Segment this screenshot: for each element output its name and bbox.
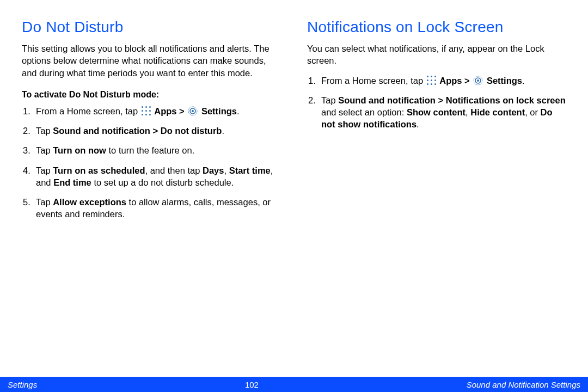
column-right: Notifications on Lock Screen You can sel…	[307, 19, 566, 392]
list-item: From a Home screen, tap Apps > Settings.	[307, 75, 566, 87]
column-left: Do Not Disturb This setting allows you t…	[22, 19, 281, 392]
heading-lock-screen-notifications: Notifications on Lock Screen	[307, 19, 566, 36]
bold-text: Apps	[154, 106, 176, 116]
text: From a Home screen, tap	[36, 106, 140, 116]
bold-text: Sound and notification > Notifications o…	[338, 95, 566, 105]
list-item: Tap Sound and notification > Notificatio…	[307, 94, 566, 131]
manual-page: Do Not Disturb This setting allows you t…	[0, 0, 588, 392]
text: Tap	[36, 126, 53, 136]
footer-section: Settings	[8, 380, 37, 389]
heading-do-not-disturb: Do Not Disturb	[22, 19, 281, 36]
intro-text: You can select what notifications, if an…	[307, 42, 566, 67]
text: , or	[525, 107, 540, 117]
steps-list-left: From a Home screen, tap Apps > Settings.…	[22, 105, 281, 220]
text: to set up a do not disturb schedule.	[91, 177, 234, 187]
apps-grid-icon	[142, 106, 151, 115]
page-number: 102	[245, 380, 259, 389]
settings-gear-icon	[188, 106, 198, 116]
text: to turn the feature on.	[106, 145, 194, 155]
bold-text: Start time	[229, 166, 271, 175]
bold-text: >	[179, 106, 187, 116]
bold-text: Show content	[407, 107, 465, 117]
page-footer: Settings 102 Sound and Notification Sett…	[0, 377, 588, 392]
apps-grid-icon	[427, 76, 436, 85]
footer-subsection: Sound and Notification Settings	[467, 380, 580, 389]
settings-gear-icon	[473, 76, 483, 85]
text: .	[237, 106, 240, 116]
text: and select an option:	[321, 107, 407, 117]
bold-text: Settings	[487, 76, 522, 85]
text: Tap	[36, 145, 53, 155]
list-item: From a Home screen, tap Apps > Settings.	[22, 105, 281, 117]
text: From a Home screen, tap	[321, 76, 426, 85]
bold-text: Apps	[439, 76, 462, 85]
bold-text: Turn on now	[53, 145, 106, 155]
svg-point-5	[477, 79, 479, 82]
list-item: Tap Turn on now to turn the feature on.	[22, 144, 281, 156]
subheading-activate: To activate Do Not Disturb mode:	[22, 90, 281, 100]
list-item: Tap Turn on as scheduled, and then tap D…	[22, 164, 281, 189]
bold-text: End time	[53, 177, 91, 187]
svg-point-2	[192, 110, 194, 112]
intro-text: This setting allows you to block all not…	[22, 42, 281, 79]
text: ,	[224, 166, 229, 175]
list-item: Tap Sound and notification > Do not dist…	[22, 125, 281, 137]
text: .	[522, 76, 525, 85]
bold-text: Hide content	[470, 107, 525, 117]
text: .	[416, 119, 419, 129]
text: .	[222, 126, 224, 136]
bold-text: Days	[203, 166, 224, 175]
bold-text: >	[464, 76, 472, 85]
bold-text: Settings	[201, 106, 237, 116]
bold-text: Sound and notification > Do not disturb	[53, 126, 222, 136]
text: Tap	[36, 166, 53, 175]
text: , and then tap	[145, 166, 203, 175]
text: Tap	[321, 95, 338, 105]
bold-text: Turn on as scheduled	[53, 166, 145, 175]
text: Tap	[36, 197, 53, 207]
list-item: Tap Allow exceptions to allow alarms, ca…	[22, 196, 281, 220]
text: ,	[465, 107, 470, 117]
bold-text: Allow exceptions	[53, 197, 126, 207]
steps-list-right: From a Home screen, tap Apps > Settings.…	[307, 75, 566, 131]
